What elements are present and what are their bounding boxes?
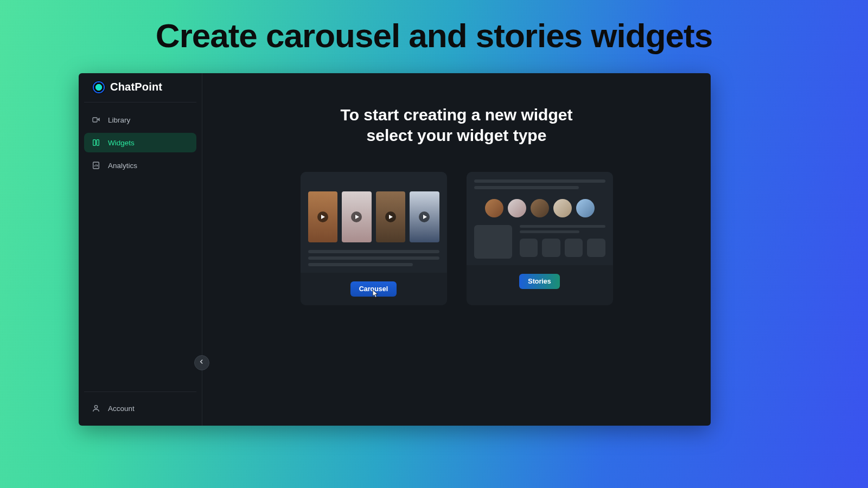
skeleton-lines (308, 250, 439, 266)
card-footer: Stories (467, 265, 613, 298)
brand: ChatPoint (84, 73, 196, 102)
svg-rect-2 (97, 140, 99, 146)
sidebar-item-label: Widgets (108, 139, 135, 147)
sidebar-item-account[interactable]: Account (87, 401, 193, 416)
svg-rect-0 (93, 118, 97, 122)
sidebar-item-analytics[interactable]: Analytics (84, 156, 196, 175)
sidebar-item-label: Library (108, 116, 130, 124)
sidebar-item-label: Analytics (108, 162, 137, 170)
story-avatar (576, 199, 595, 217)
widget-card-carousel[interactable]: Carousel (301, 172, 447, 305)
stories-preview (467, 172, 613, 265)
skeleton-lines (474, 179, 605, 189)
chevron-left-icon (198, 358, 206, 368)
sidebar-collapse-button[interactable] (194, 355, 209, 370)
skeleton-squares (520, 239, 605, 257)
play-icon (385, 211, 396, 222)
main-title: To start creating a new widget select yo… (202, 105, 711, 145)
story-avatar (508, 199, 526, 217)
stories-button[interactable]: Stories (519, 274, 559, 289)
widgets-icon (92, 138, 100, 147)
skeleton-block (474, 225, 512, 259)
skeleton-row (308, 179, 439, 183)
sidebar: ChatPoint Library (79, 73, 202, 426)
video-thumbnail (308, 191, 338, 242)
sidebar-footer: Account (84, 391, 196, 426)
story-avatar (553, 199, 572, 217)
video-thumbnail (376, 191, 406, 242)
widget-type-cards: Carousel (202, 172, 711, 305)
user-icon (92, 404, 100, 413)
skeleton-lower (474, 225, 605, 259)
card-footer: Carousel (301, 273, 447, 305)
video-icon (92, 115, 100, 124)
widget-card-stories[interactable]: Stories (467, 172, 613, 305)
skeleton-lines (520, 225, 605, 233)
carousel-thumbnails (308, 191, 439, 242)
story-avatar (485, 199, 503, 217)
play-icon (419, 211, 430, 222)
analytics-icon (92, 161, 100, 170)
main-title-line1: To start creating a new widget (202, 105, 711, 125)
play-icon (317, 211, 328, 222)
sidebar-item-widgets[interactable]: Widgets (84, 133, 196, 152)
svg-point-4 (94, 406, 97, 408)
sidebar-item-library[interactable]: Library (84, 110, 196, 130)
app-window: ChatPoint Library (79, 73, 711, 426)
brand-name: ChatPoint (110, 81, 162, 93)
sidebar-nav: Library Widgets (79, 102, 202, 183)
sidebar-account-label: Account (108, 404, 135, 413)
brand-logo-icon (93, 81, 105, 93)
video-thumbnail (342, 191, 372, 242)
story-circles (474, 199, 605, 217)
page-headline: Create carousel and stories widgets (0, 16, 868, 55)
main-content: To start creating a new widget select yo… (202, 73, 711, 426)
page-background: Create carousel and stories widgets Chat… (0, 0, 868, 488)
carousel-button[interactable]: Carousel (350, 281, 397, 297)
story-avatar (531, 199, 549, 217)
video-thumbnail (410, 191, 439, 242)
carousel-preview (301, 172, 447, 273)
svg-rect-1 (93, 140, 96, 146)
play-icon (351, 211, 362, 222)
main-title-line2: select your widget type (202, 125, 711, 146)
